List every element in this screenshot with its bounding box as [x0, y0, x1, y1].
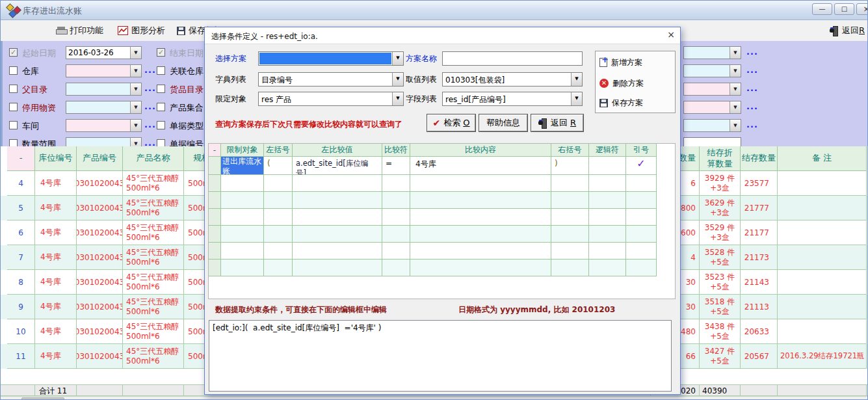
dict-list-dropdown[interactable]: 目录编号 ▼ [258, 72, 404, 87]
add-plan-button[interactable]: 新增方案 [599, 55, 672, 70]
cell-content[interactable]: 4号库 [410, 157, 551, 175]
cell-operator[interactable]: = [382, 157, 410, 175]
warehouse-dropdown[interactable]: ▼ [66, 64, 142, 77]
chevron-down-icon: ▼ [130, 83, 141, 95]
chevron-down-icon: ▼ [130, 120, 141, 131]
chevron-down-icon: ▼ [392, 73, 403, 86]
cell-object[interactable]: 进出库流水账 [221, 157, 264, 175]
chevron-down-icon: ▼ [130, 65, 141, 77]
right-dropdown-1[interactable]: ▼ [683, 46, 741, 59]
right-browse-link-3[interactable]: ... [746, 83, 758, 93]
grid-header-content: 比较内容 [410, 144, 551, 157]
right-browse-link-2[interactable]: ... [746, 65, 758, 75]
col-header-balance[interactable]: 结存数量 [741, 146, 778, 171]
cell-quote-check[interactable]: ✓ [626, 157, 657, 175]
right-dropdown-3[interactable]: ▼ [683, 83, 741, 96]
delete-plan-button[interactable]: ✕ 删除方案 [599, 76, 672, 90]
maximize-button[interactable]: □ [834, 3, 854, 15]
window-title: 库存进出流水账 [23, 5, 82, 17]
save-plan-button[interactable]: 保存方案 [599, 96, 672, 110]
chevron-down-icon: ▼ [730, 101, 741, 113]
expression-editor[interactable]: [edt_io:]( a.edt_site_id[库位编号] ='4号库' ) [209, 320, 672, 392]
right-browse-link-5[interactable]: ... [746, 120, 758, 129]
right-dropdown-5[interactable]: ▼ [683, 119, 741, 132]
start-date-dropdown[interactable]: 2016-03-26 ▼ [66, 46, 142, 59]
parent-catalog-label: 父目录 [22, 84, 47, 96]
empty-grid-row[interactable] [209, 192, 657, 209]
horizontal-scrollbar[interactable] [1, 396, 868, 400]
right-browse-link-4[interactable]: ... [746, 101, 758, 111]
summary-converted: 40390 [700, 385, 741, 397]
plan-name-input[interactable] [442, 51, 583, 66]
empty-grid-row[interactable] [209, 243, 657, 260]
delete-icon: ✕ [599, 79, 609, 88]
workshop-dropdown[interactable]: ▼ [66, 119, 142, 132]
value-list-dropdown[interactable]: 010303[包装袋] ▼ [442, 72, 583, 87]
app-window: 库存进出流水账 — □ × 打印功能 图形分析 保存数据 返回R ✓ 起始日期 … [0, 0, 868, 400]
col-header-rownum[interactable]: - [7, 146, 35, 171]
cell-lvalue[interactable]: a.edt_site_id[库位编号] [293, 157, 382, 175]
plan-select-selection [259, 53, 391, 64]
condition-dialog: 选择条件定义 - res+edt_io:a. × 选择方案 ▼ 方案名称 字典列… [204, 27, 681, 395]
return-button-top[interactable]: 返回R [830, 23, 865, 38]
grid-header-indicator: - [209, 144, 221, 157]
product-set-label: 产品集合 [170, 102, 204, 114]
close-button[interactable]: × [856, 3, 868, 15]
end-date-label: 结束日期 [170, 47, 204, 59]
right-browse-link-1[interactable]: ... [746, 47, 758, 57]
dict-list-label: 字典列表 [215, 72, 246, 87]
product-set-checkbox[interactable] [157, 103, 165, 111]
print-button[interactable]: 打印功能 [56, 23, 103, 38]
disabled-material-browse-link[interactable]: ... [144, 101, 156, 111]
doc-type-checkbox[interactable] [157, 121, 165, 129]
warehouse-checkbox[interactable] [9, 66, 18, 75]
right-dropdown-4[interactable]: ▼ [683, 101, 741, 114]
printer-icon [56, 27, 66, 35]
plan-select-dropdown[interactable]: ▼ [258, 51, 404, 66]
workshop-browse-link[interactable]: ... [144, 120, 156, 129]
condition-row: 进出库流水账 ( a.edt_site_id[库位编号] = 4号库 ) ✓ [209, 157, 657, 175]
print-label: 打印功能 [70, 25, 103, 36]
minimize-button[interactable]: — [812, 3, 832, 15]
workshop-checkbox[interactable] [9, 121, 18, 129]
col-header-converted[interactable]: 结存折算数量 [700, 146, 741, 171]
disabled-material-checkbox[interactable] [9, 103, 18, 111]
right-dropdown-2[interactable]: ▼ [683, 64, 741, 77]
chevron-down-icon: ▼ [730, 83, 741, 95]
goods-catalog-checkbox[interactable] [157, 85, 165, 93]
end-date-checkbox[interactable]: ✓ [157, 48, 165, 57]
chevron-down-icon: ▼ [392, 52, 403, 65]
empty-grid-row[interactable] [209, 260, 657, 276]
warehouse-label: 仓库 [22, 66, 39, 77]
start-date-checkbox[interactable]: ✓ [9, 48, 18, 57]
disabled-material-dropdown[interactable]: ▼ [66, 101, 142, 114]
plan-select-label: 选择方案 [215, 51, 246, 66]
scrollbar-thumb[interactable] [21, 397, 64, 400]
dialog-close-icon[interactable]: × [664, 29, 677, 42]
parent-catalog-checkbox[interactable] [9, 85, 18, 93]
grid-header-lparen: 左括号 [264, 144, 293, 157]
target-object-dropdown[interactable]: res 产品 ▼ [258, 92, 404, 106]
search-button[interactable]: ✔ 检索 O [427, 114, 475, 131]
empty-grid-row[interactable] [209, 175, 657, 192]
cell-logic[interactable] [589, 157, 626, 175]
workshop-label: 车间 [22, 120, 39, 132]
empty-grid-row[interactable] [209, 209, 657, 226]
col-header-product-name[interactable]: 产品名称 [123, 146, 184, 171]
col-header-product-id[interactable]: 产品编号 [77, 146, 123, 171]
empty-grid-row[interactable] [209, 226, 657, 243]
graph-analysis-button[interactable]: 图形分析 [118, 23, 165, 38]
return-button[interactable]: 返回 R [531, 114, 583, 131]
field-list-label: 字段列表 [406, 92, 437, 106]
cell-lparen[interactable]: ( [264, 157, 293, 175]
plan-name-label: 方案名称 [406, 51, 437, 66]
col-header-note[interactable]: 备 注 [778, 146, 867, 171]
help-button[interactable]: 帮助信息 [479, 114, 527, 131]
col-header-site[interactable]: 库位编号 [35, 146, 77, 171]
cell-rparen[interactable]: ) [551, 157, 589, 175]
parent-catalog-browse-link[interactable]: ... [144, 83, 156, 93]
warehouse-browse-link[interactable]: ... [144, 65, 156, 75]
linked-warehouse-checkbox[interactable] [157, 66, 165, 75]
field-list-dropdown[interactable]: res_id[产品编号] ▼ [442, 92, 583, 106]
parent-catalog-dropdown[interactable]: ▼ [66, 83, 142, 96]
